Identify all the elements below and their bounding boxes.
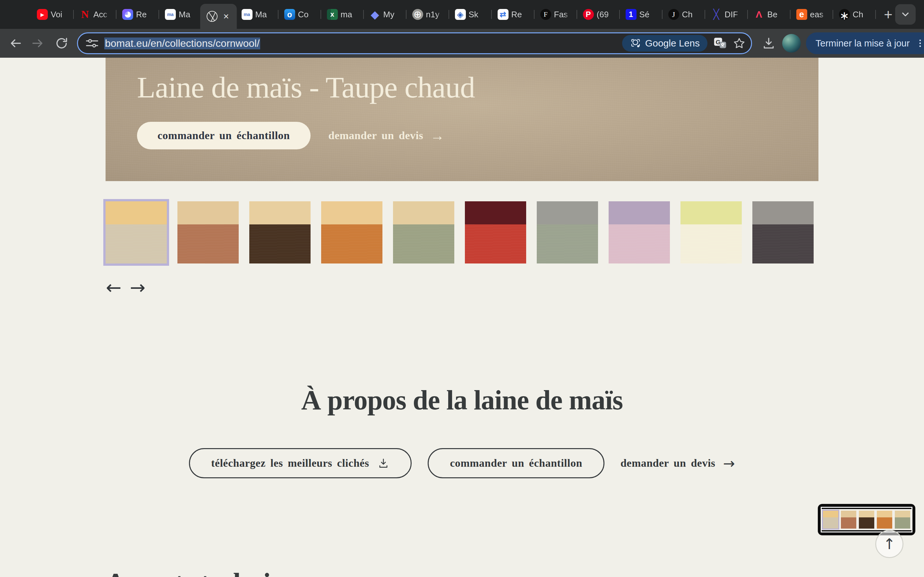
tab-separator <box>449 10 449 19</box>
favicon-glyph: ma <box>244 12 250 17</box>
right-arrow-icon: → <box>723 455 735 472</box>
tab-separator <box>662 10 662 19</box>
thumbnail-strip-preview[interactable] <box>818 504 915 535</box>
tab[interactable]: maMa <box>160 0 200 29</box>
back-button[interactable] <box>7 35 24 52</box>
series-icon: 1 <box>626 9 636 20</box>
gem-icon: ◆ <box>370 9 381 20</box>
tab[interactable]: ⊕n1y <box>407 0 447 29</box>
swatch-thumbnail-rouge[interactable] <box>465 201 526 263</box>
profile-avatar[interactable] <box>782 34 801 53</box>
wireframe-icon: ╳ <box>711 9 722 20</box>
download-photos-button[interactable]: téléchargez les meilleurs clichés <box>189 448 412 478</box>
bomat-icon <box>207 11 218 22</box>
page-title: Laine de maïs - Taupe chaud <box>137 70 475 105</box>
tab[interactable]: maMa <box>237 0 277 29</box>
tab[interactable]: oCo <box>279 0 320 29</box>
tab-separator <box>73 10 74 19</box>
favicon-glyph: N <box>81 9 89 20</box>
easy-icon: e <box>796 9 807 20</box>
swatch-thumbnail-chocolat[interactable] <box>249 201 310 263</box>
url-text[interactable]: bomat.eu/en/collections/cornwool/ <box>104 37 617 49</box>
swatch-thumbnail-sauge[interactable] <box>393 201 454 263</box>
swatch-thumbnail-orange[interactable] <box>321 201 383 263</box>
tab[interactable]: 1Sé <box>621 0 661 29</box>
browser-toolbar: bomat.eu/en/collections/cornwool/ Google… <box>0 29 924 58</box>
tab-separator <box>747 10 748 19</box>
site-settings-icon[interactable] <box>85 36 99 50</box>
swatch-wall <box>859 511 874 517</box>
order-sample-button-2[interactable]: commander un échantillon <box>428 448 604 478</box>
swatch-thumbnail-terracotta[interactable] <box>178 201 239 263</box>
download-tray-icon <box>377 457 389 469</box>
tab-label: ma <box>341 10 357 19</box>
swatch-floor <box>609 224 670 263</box>
swatch-wall <box>895 511 910 517</box>
address-bar[interactable]: bomat.eu/en/collections/cornwool/ Google… <box>77 32 752 54</box>
kebab-menu-icon[interactable] <box>915 38 924 49</box>
hero-banner: Laine de maïs - Taupe chaud commander un… <box>105 58 819 181</box>
right-arrow-icon: → <box>430 127 445 144</box>
tab[interactable]: P(69 <box>578 0 618 29</box>
tab-label: n1y <box>426 10 443 19</box>
carousel-next-button[interactable]: → <box>130 278 145 297</box>
tab-label: Co <box>298 10 315 19</box>
tab[interactable]: NAcc <box>75 0 115 29</box>
tab-search-button[interactable] <box>895 4 916 25</box>
swatch-floor <box>680 224 742 263</box>
scroll-top-button[interactable]: ↑ <box>875 530 903 558</box>
swatch-thumbnail-creme[interactable] <box>680 201 742 263</box>
swatch-floor <box>105 224 167 263</box>
favicon-glyph: F <box>543 11 548 18</box>
tab-label: Acc <box>94 10 110 19</box>
tab[interactable]: ◈Sk <box>450 0 490 29</box>
tab[interactable]: ◆My <box>365 0 405 29</box>
bookmark-star-button[interactable] <box>732 37 746 50</box>
tab[interactable]: ∗Ch <box>834 0 874 29</box>
forward-button[interactable] <box>29 35 46 52</box>
about-section-heading: À propos de la laine de maïs <box>0 384 924 416</box>
swatch-floor <box>859 517 874 529</box>
tab[interactable]: ╳DIF <box>706 0 746 29</box>
request-quote-link-2[interactable]: demander un devis → <box>620 455 735 472</box>
order-sample-button[interactable]: commander un échantillon <box>137 122 310 149</box>
reload-button[interactable] <box>53 35 70 52</box>
tab[interactable]: FFas <box>535 0 575 29</box>
tab[interactable]: JCh <box>664 0 704 29</box>
favicon-glyph: ╳ <box>714 10 719 19</box>
globe-icon: ⊕ <box>412 9 423 20</box>
tab[interactable]: xma <box>322 0 362 29</box>
favicon-glyph: Λ <box>756 10 762 19</box>
chatgpt-icon: ∗ <box>839 9 850 20</box>
downloads-button[interactable] <box>760 35 777 52</box>
tab-close-icon[interactable]: × <box>222 11 230 22</box>
tab-separator <box>406 10 407 19</box>
tab[interactable]: eeas <box>792 0 832 29</box>
finish-update-button[interactable]: Terminer la mise à jour <box>806 32 924 54</box>
tab[interactable]: Re <box>118 0 158 29</box>
swatch-carousel <box>105 201 814 263</box>
tab[interactable]: ΛBe <box>749 0 789 29</box>
tab[interactable]: ⇄Re <box>493 0 533 29</box>
request-quote-label: demander un devis <box>328 129 423 142</box>
star-icon <box>732 37 746 50</box>
swatch-wall <box>609 201 670 224</box>
carousel-prev-button[interactable]: ← <box>106 278 121 297</box>
request-quote-link[interactable]: demander un devis → <box>328 127 445 144</box>
carousel-controls: ← → <box>106 278 145 297</box>
minimap-swatch-chocolat <box>859 511 874 529</box>
swatch-thumbnail-rose[interactable] <box>609 201 670 263</box>
translate-button[interactable]: G <box>712 36 727 51</box>
google-lens-button[interactable]: Google Lens <box>622 35 708 52</box>
active-tab[interactable]: × <box>200 4 237 29</box>
favicon-glyph: 1 <box>629 11 633 18</box>
chevron-down-icon <box>899 8 912 21</box>
tab-separator <box>320 10 321 19</box>
swatch-thumbnail-taupe-chaud[interactable] <box>105 201 167 263</box>
swatch-thumbnail-anthracite[interactable] <box>752 201 814 263</box>
swatch-wall <box>105 201 167 224</box>
tab-label: Voi <box>51 10 67 19</box>
download-icon <box>762 36 776 50</box>
swatch-thumbnail-gris-vert[interactable] <box>537 201 598 263</box>
tab[interactable]: ▶Voi <box>32 0 72 29</box>
